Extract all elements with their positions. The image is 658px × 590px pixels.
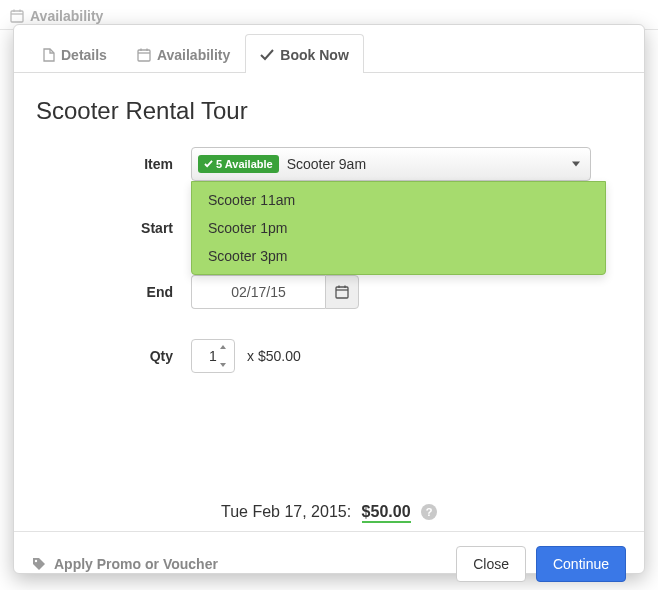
end-date-value: 02/17/15 bbox=[191, 275, 325, 309]
item-option[interactable]: Scooter 3pm bbox=[192, 242, 605, 270]
chevron-up-icon bbox=[220, 345, 226, 349]
calendar-icon bbox=[335, 285, 349, 299]
apply-promo-link[interactable]: Apply Promo or Voucher bbox=[32, 556, 218, 572]
background-availability-label: Availability bbox=[30, 8, 103, 24]
item-select[interactable]: 5 Available Scooter 9am bbox=[191, 147, 591, 181]
item-selected-text: Scooter 9am bbox=[287, 156, 366, 172]
page-title: Scooter Rental Tour bbox=[36, 97, 622, 125]
tab-details-label: Details bbox=[61, 47, 107, 63]
qty-value: 1 bbox=[209, 348, 217, 364]
tab-availability[interactable]: Availability bbox=[122, 34, 245, 73]
tag-icon bbox=[32, 557, 46, 571]
svg-rect-8 bbox=[336, 287, 348, 298]
svg-rect-0 bbox=[11, 11, 23, 22]
modal-footer: Apply Promo or Voucher Close Continue bbox=[14, 531, 644, 590]
end-date-input[interactable]: 02/17/15 bbox=[191, 275, 359, 309]
close-button[interactable]: Close bbox=[456, 546, 526, 582]
tab-book-now-label: Book Now bbox=[280, 47, 348, 63]
chevron-down-icon bbox=[572, 162, 580, 167]
file-icon bbox=[43, 48, 55, 62]
calendar-icon bbox=[137, 48, 151, 62]
unit-price: x $50.00 bbox=[247, 348, 301, 364]
availability-badge-text: 5 Available bbox=[216, 158, 273, 170]
check-icon bbox=[260, 49, 274, 61]
qty-label: Qty bbox=[36, 339, 191, 373]
summary-total: $50.00 bbox=[362, 503, 411, 523]
availability-badge: 5 Available bbox=[198, 155, 279, 173]
chevron-down-icon bbox=[220, 363, 226, 367]
help-icon[interactable]: ? bbox=[421, 504, 437, 520]
svg-rect-4 bbox=[138, 50, 150, 61]
calendar-button[interactable] bbox=[325, 275, 359, 309]
check-icon bbox=[204, 160, 213, 168]
svg-point-12 bbox=[35, 560, 37, 562]
item-dropdown: Scooter 11am Scooter 1pm Scooter 3pm bbox=[191, 181, 606, 275]
tab-availability-label: Availability bbox=[157, 47, 230, 63]
tab-details[interactable]: Details bbox=[28, 34, 122, 73]
background-availability-tab: Availability bbox=[10, 8, 103, 24]
qty-input[interactable]: 1 bbox=[191, 339, 235, 373]
summary-date: Tue Feb 17, 2015: bbox=[221, 503, 351, 520]
item-option[interactable]: Scooter 11am bbox=[192, 186, 605, 214]
continue-button[interactable]: Continue bbox=[536, 546, 626, 582]
booking-modal: Details Availability Book Now Scooter Re… bbox=[13, 24, 645, 574]
item-label: Item bbox=[36, 147, 191, 181]
calendar-icon bbox=[10, 9, 24, 23]
price-summary: Tue Feb 17, 2015: $50.00 ? bbox=[36, 503, 622, 521]
start-label: Start bbox=[36, 211, 191, 245]
tab-book-now[interactable]: Book Now bbox=[245, 34, 363, 73]
end-label: End bbox=[36, 275, 191, 309]
item-option[interactable]: Scooter 1pm bbox=[192, 214, 605, 242]
qty-stepper[interactable] bbox=[220, 345, 230, 367]
apply-promo-label: Apply Promo or Voucher bbox=[54, 556, 218, 572]
tab-bar: Details Availability Book Now bbox=[14, 25, 644, 73]
